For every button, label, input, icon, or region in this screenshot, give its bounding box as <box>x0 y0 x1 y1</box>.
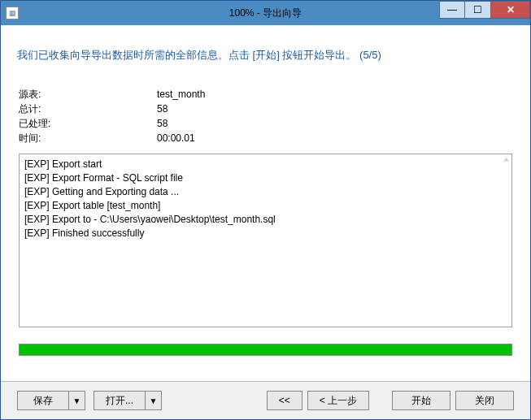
value-processed: 58 <box>157 116 168 131</box>
footer-action-group: 开始 关闭 <box>392 391 514 410</box>
label-total: 总计: <box>19 102 157 116</box>
log-line: [EXP] Export start <box>24 158 507 171</box>
instruction-text: 我们已收集向导导出数据时所需的全部信息。点击 [开始] 按钮开始导出。 (5/5… <box>1 25 530 69</box>
progress-bar <box>19 344 512 356</box>
value-time: 00:00.01 <box>157 131 195 145</box>
content-area: 我们已收集向导导出数据时所需的全部信息。点击 [开始] 按钮开始导出。 (5/5… <box>1 25 530 381</box>
label-processed: 已处理: <box>19 116 157 131</box>
export-wizard-window: ▦ 100% - 导出向导 — ☐ ✕ 我们已收集向导导出数据时所需的全部信息。… <box>0 0 531 420</box>
label-source: 源表: <box>19 87 157 102</box>
footer-bar: 保存 ▼ 打开... ▼ << < 上一步 开始 关闭 <box>1 381 530 419</box>
open-split-button: 打开... ▼ <box>94 391 162 410</box>
log-line: [EXP] Export table [test_month] <box>24 199 507 213</box>
window-title: 100% - 导出向导 <box>1 6 530 20</box>
value-total: 58 <box>157 102 168 116</box>
save-split-button: 保存 ▼ <box>17 391 85 410</box>
close-button[interactable]: 关闭 <box>455 391 514 410</box>
scroll-indicator-icon: ^ <box>504 158 508 167</box>
prev-button[interactable]: < 上一步 <box>307 391 369 410</box>
save-button[interactable]: 保存 <box>17 391 69 410</box>
row-time: 时间: 00:00.01 <box>19 131 512 145</box>
log-line: [EXP] Export Format - SQL script file <box>24 171 507 185</box>
chevron-down-icon: ▼ <box>150 396 158 405</box>
save-dropdown-button[interactable]: ▼ <box>69 391 85 410</box>
footer-nav-group: << < 上一步 <box>267 391 369 410</box>
log-output[interactable]: ^ [EXP] Export start [EXP] Export Format… <box>19 154 512 327</box>
open-dropdown-button[interactable]: ▼ <box>146 391 162 410</box>
start-button[interactable]: 开始 <box>392 391 450 410</box>
label-time: 时间: <box>19 131 157 145</box>
first-button[interactable]: << <box>267 391 302 410</box>
details-panel: 源表: test_month 总计: 58 已处理: 58 时间: 00:00.… <box>1 69 530 149</box>
chevron-down-icon: ▼ <box>73 396 81 405</box>
row-source: 源表: test_month <box>19 87 512 102</box>
open-button[interactable]: 打开... <box>94 391 146 410</box>
log-line: [EXP] Getting and Exporting data ... <box>24 185 507 199</box>
value-source: test_month <box>157 87 205 102</box>
row-total: 总计: 58 <box>19 102 512 116</box>
row-processed: 已处理: 58 <box>19 116 512 131</box>
footer-left-group: 保存 ▼ 打开... ▼ <box>17 391 162 410</box>
log-line: [EXP] Finished successfully <box>24 227 507 240</box>
progress-bar-container <box>19 344 512 356</box>
titlebar[interactable]: ▦ 100% - 导出向导 — ☐ ✕ <box>1 1 530 25</box>
log-line: [EXP] Export to - C:\Users\yaowei\Deskto… <box>24 213 507 227</box>
